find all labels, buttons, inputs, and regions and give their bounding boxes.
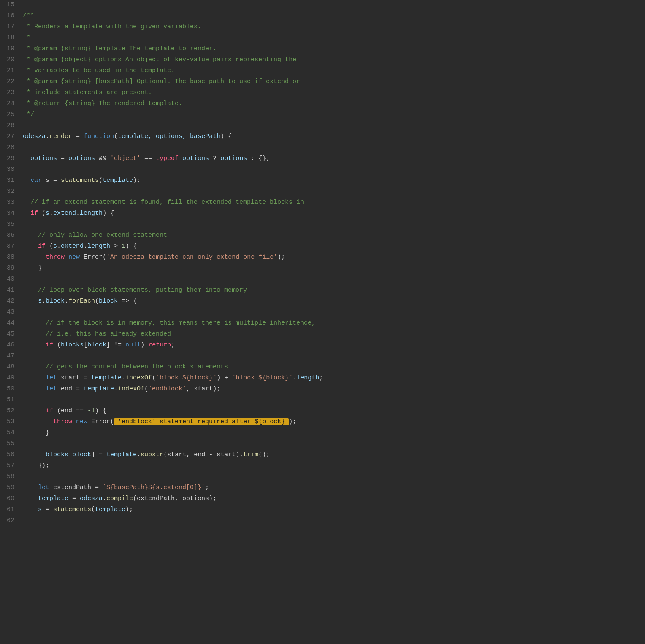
code-token: }: [23, 265, 42, 272]
code-token: odesza: [23, 133, 46, 140]
line-content: if (s.extend.length) {: [20, 208, 645, 219]
line-content: // if an extend statement is found, fill…: [20, 198, 645, 208]
code-line: 45 // i.e. this has already extended: [0, 329, 645, 340]
code-token: [23, 418, 53, 425]
code-token: s: [53, 243, 57, 250]
code-token: [23, 341, 46, 349]
code-token: render: [49, 133, 72, 140]
code-token: =: [72, 133, 84, 140]
code-token: [23, 495, 38, 502]
line-content: var s = statements(template);: [20, 176, 645, 187]
code-token: // only allow one extend statement: [23, 232, 167, 239]
line-number: 53: [0, 417, 20, 428]
code-token: .: [57, 243, 61, 250]
code-token: substr: [141, 451, 163, 458]
line-content: [20, 165, 645, 176]
code-token: // if the block is in memory, this means…: [23, 319, 315, 327]
code-token: [23, 298, 38, 305]
line-number: 51: [0, 395, 20, 406]
code-token: [23, 385, 46, 392]
code-token: null: [125, 341, 141, 349]
code-token: {string} [basePath] Optional. The base p…: [57, 78, 300, 85]
line-number: 28: [0, 143, 20, 154]
line-number: 32: [0, 187, 20, 198]
code-token: :: [247, 155, 258, 162]
code-token: {};: [258, 155, 270, 162]
line-number: 17: [0, 22, 20, 33]
code-token: (: [95, 298, 99, 305]
code-token: * variables to be used in the template.: [23, 67, 175, 74]
code-token: options: [68, 155, 95, 162]
code-token: indexOf: [118, 385, 144, 392]
code-token: => {: [118, 298, 137, 305]
code-line: 55: [0, 439, 645, 450]
code-line: 35: [0, 219, 645, 230]
code-token: `block ${block}`: [156, 374, 217, 382]
code-token: .: [49, 210, 53, 217]
code-token: `block ${block}`: [232, 374, 293, 382]
code-token: template: [103, 177, 133, 184]
code-token: .: [46, 133, 49, 140]
code-token: );: [289, 418, 296, 425]
code-line: 36 // only allow one extend statement: [0, 230, 645, 241]
code-token: // if an extend statement is found, fill…: [23, 199, 304, 206]
code-token: });: [23, 462, 49, 469]
code-token: trim: [243, 451, 258, 458]
code-token: options: [220, 155, 247, 162]
code-token: block: [99, 298, 118, 305]
code-token: .: [293, 374, 296, 382]
line-content: [20, 121, 645, 132]
line-number: 22: [0, 77, 20, 88]
line-number: 43: [0, 307, 20, 318]
line-number: 62: [0, 516, 20, 527]
line-content: // loop over block statements, putting t…: [20, 285, 645, 296]
code-token: .: [84, 243, 87, 250]
code-editor: 1516/**17 * Renders a template with the …: [0, 0, 645, 644]
line-number: 52: [0, 406, 20, 417]
code-token: odesza: [80, 495, 103, 502]
code-line: 43: [0, 307, 645, 318]
code-token: start =: [57, 374, 91, 382]
code-token: The template to render.: [125, 45, 217, 52]
code-token: template: [106, 451, 137, 458]
code-token: (: [53, 341, 61, 349]
line-number: 21: [0, 66, 20, 77]
code-line: 44 // if the block is in memory, this me…: [0, 318, 645, 329]
line-content: [20, 395, 645, 406]
code-line: 49 let start = template.indexOf(`block $…: [0, 373, 645, 384]
line-content: if (blocks[block] != null) return;: [20, 340, 645, 351]
code-token: ();: [258, 451, 270, 458]
code-line: 18 *: [0, 33, 645, 44]
code-token: [: [68, 451, 72, 458]
line-content: * @param {string} template The template …: [20, 44, 645, 55]
line-number: 35: [0, 219, 20, 230]
code-token: return: [148, 341, 171, 349]
code-token: *: [23, 100, 34, 107]
code-token: */: [23, 111, 34, 118]
code-token: compile: [106, 495, 133, 502]
code-line: 62: [0, 516, 645, 527]
code-token: );: [277, 254, 285, 261]
line-number: 47: [0, 351, 20, 362]
line-number: 45: [0, 329, 20, 340]
code-token: ) {: [95, 407, 106, 414]
code-token: length: [87, 243, 110, 250]
code-token: throw: [46, 254, 65, 261]
code-token: typeof: [156, 155, 179, 162]
code-token: length: [80, 210, 103, 217]
code-token: options: [23, 155, 57, 162]
code-token: `endblock`: [148, 385, 186, 392]
code-token: blocks: [61, 341, 84, 349]
line-number: 27: [0, 132, 20, 143]
code-token: options: [95, 56, 122, 63]
code-token: s: [38, 506, 42, 513]
line-content: * include statements are present.: [20, 88, 645, 99]
code-token: *: [23, 45, 34, 52]
line-number: 42: [0, 296, 20, 307]
line-content: s = statements(template);: [20, 505, 645, 516]
line-number: 58: [0, 472, 20, 483]
line-content: * @param {object} options An object of k…: [20, 55, 645, 66]
code-token: [23, 177, 30, 184]
line-content: * variables to be used in the template.: [20, 66, 645, 77]
code-token: s: [38, 298, 42, 305]
